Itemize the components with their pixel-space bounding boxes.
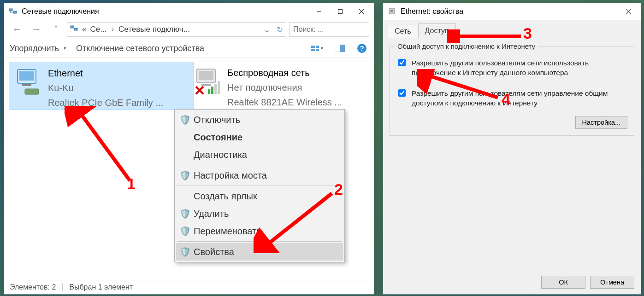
svg-rect-27 [214, 84, 217, 94]
allow-control-checkbox[interactable] [398, 89, 406, 97]
shield-icon: 🛡️ [180, 246, 190, 257]
help-button[interactable]: ? [355, 42, 368, 54]
ctx-status[interactable]: Состояние [176, 128, 343, 146]
minimize-button[interactable] [308, 4, 330, 19]
connection-adapter: Realtek 8821AE Wireless ... [227, 95, 342, 110]
sharing-panel: Общий доступ к подключению к Интернету Р… [383, 38, 641, 290]
titlebar: Ethernet: свойства [383, 3, 641, 20]
status-selected: Выбран 1 элемент [69, 283, 133, 291]
ethernet-adapter-icon [14, 65, 45, 98]
ics-groupbox: Общий доступ к подключению к Интернету Р… [390, 46, 634, 136]
allow-sharing-checkbox-row[interactable]: Разрешить другим пользователям сети испо… [396, 58, 627, 77]
svg-rect-18 [22, 84, 31, 86]
allow-sharing-label: Разрешить другим пользователям сети испо… [412, 58, 627, 77]
svg-rect-17 [19, 71, 34, 81]
shield-icon: 🛡️ [180, 208, 190, 219]
svg-rect-10 [311, 49, 315, 51]
forward-button[interactable]: → [28, 22, 45, 37]
ethernet-icon [388, 7, 396, 16]
ctx-rename[interactable]: 🛡️Переименовать [176, 222, 343, 240]
svg-rect-6 [71, 26, 74, 28]
connection-status: Ku-Ku [48, 81, 163, 95]
ctx-shortcut[interactable]: Создать ярлык [176, 187, 343, 205]
organize-button[interactable]: Упорядочить▼ [10, 44, 67, 53]
allow-sharing-checkbox[interactable] [398, 59, 406, 66]
tab-network[interactable]: Сеть [388, 24, 418, 38]
allow-control-label: Разрешить другим пользователям сети упра… [412, 88, 627, 108]
status-bar: Элементов: 2 Выбран 1 элемент [4, 280, 374, 294]
up-button[interactable]: ˄ [47, 22, 64, 37]
preview-pane-button[interactable] [333, 42, 346, 54]
svg-rect-28 [218, 81, 220, 94]
status-item-count: Элементов: 2 [10, 283, 56, 291]
svg-rect-19 [25, 89, 39, 94]
back-button[interactable]: ← [9, 22, 25, 37]
disable-device-button[interactable]: Отключение сетевого устройства [76, 44, 204, 53]
ok-button[interactable]: ОК [541, 276, 585, 289]
ethernet-properties-window: Ethernet: свойства Сеть Доступ Общий дос… [383, 3, 641, 295]
breadcrumb-sep: › [110, 25, 115, 34]
ctx-disable[interactable]: 🛡️Отключить [176, 111, 343, 128]
ctx-diagnose[interactable]: Диагностика [176, 146, 343, 163]
svg-rect-11 [316, 49, 319, 51]
network-connections-icon [9, 7, 17, 16]
ctx-properties[interactable]: 🛡️Свойства [176, 243, 343, 261]
network-connections-icon [70, 25, 78, 35]
svg-rect-0 [9, 9, 12, 11]
close-button[interactable] [618, 4, 639, 19]
search-input[interactable] [292, 25, 386, 34]
close-button[interactable] [351, 4, 372, 19]
view-options-button[interactable]: ▼ [311, 42, 324, 54]
maximize-button[interactable] [330, 4, 351, 19]
chevron-down-icon: ▼ [320, 46, 324, 51]
search-box[interactable]: 🔍 [289, 22, 369, 37]
connection-status: Нет подключения [227, 80, 342, 95]
svg-rect-22 [201, 84, 211, 86]
connection-name: Ethernet [48, 66, 163, 81]
ctx-delete[interactable]: 🛡️Удалить [176, 205, 343, 222]
svg-rect-1 [13, 11, 17, 13]
connection-name: Беспроводная сеть [227, 65, 342, 80]
cancel-button[interactable]: Отмена [590, 276, 634, 289]
window-title: Ethernet: свойства [401, 7, 618, 16]
tab-sharing[interactable]: Доступ [418, 23, 456, 38]
svg-rect-25 [208, 89, 210, 94]
dropdown-icon[interactable]: ⌄ [264, 25, 270, 35]
tab-strip: Сеть Доступ [383, 20, 641, 38]
allow-control-checkbox-row[interactable]: Разрешить другим пользователям сети упра… [396, 88, 627, 108]
svg-rect-7 [74, 28, 77, 30]
breadcrumb-part[interactable]: Се... [90, 25, 106, 34]
svg-rect-26 [211, 87, 213, 94]
svg-rect-8 [311, 46, 315, 48]
connection-ethernet[interactable]: Ethernet Ku-Ku Realtek PCIe GbE Family .… [9, 62, 194, 110]
breadcrumb-ellipsis[interactable]: « [82, 25, 86, 34]
window-title: Сетевые подключения [22, 7, 308, 16]
shield-icon: 🛡️ [180, 114, 190, 125]
navigation-bar: ← → ˄ « Се... › Сетевые подключ... ⌄ ↻ 🔍 [4, 20, 374, 39]
shield-icon: 🛡️ [180, 226, 190, 237]
groupbox-title: Общий доступ к подключению к Интернету [395, 42, 538, 50]
svg-rect-21 [199, 71, 213, 80]
svg-rect-30 [390, 10, 393, 12]
context-menu: 🛡️Отключить Состояние Диагностика 🛡️Наст… [174, 109, 345, 262]
titlebar: Сетевые подключения [4, 3, 374, 20]
connection-wireless[interactable]: Беспроводная сеть Нет подключения Realte… [189, 62, 373, 109]
breadcrumb-part[interactable]: Сетевые подключ... [118, 25, 190, 34]
chevron-down-icon: ▼ [63, 46, 67, 51]
shield-icon: 🛡️ [180, 170, 190, 181]
svg-text:?: ? [360, 44, 364, 52]
svg-rect-3 [338, 10, 343, 14]
svg-rect-9 [316, 46, 319, 48]
address-bar[interactable]: « Се... › Сетевые подключ... ⌄ ↻ [67, 22, 286, 37]
refresh-icon[interactable]: ↻ [277, 25, 283, 35]
command-bar: Упорядочить▼ Отключение сетевого устройс… [4, 39, 374, 58]
ctx-bridge[interactable]: 🛡️Настройка моста [176, 167, 343, 184]
wireless-adapter-icon [193, 64, 225, 98]
settings-button[interactable]: Настройка... [575, 116, 627, 129]
connection-adapter: Realtek PCIe GbE Family ... [48, 95, 163, 110]
dialog-buttons: ОК Отмена [541, 276, 634, 289]
svg-rect-13 [340, 45, 345, 52]
